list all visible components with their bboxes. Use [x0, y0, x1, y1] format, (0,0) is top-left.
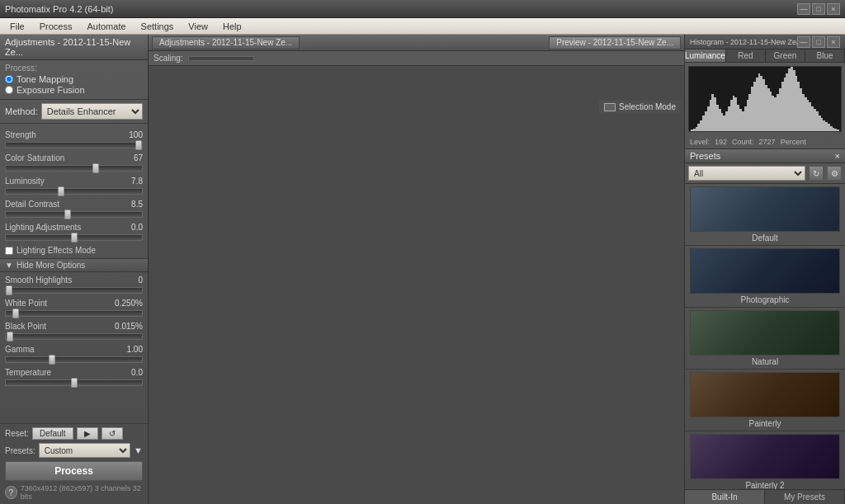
presets-refresh-button[interactable]: ↻ [809, 166, 824, 181]
presets-settings-button[interactable]: ⚙ [827, 166, 842, 181]
menu-automate[interactable]: Automate [80, 20, 132, 32]
histogram-info: Level: 192 Count: 2727 Percent [685, 135, 845, 149]
preset-item[interactable]: Default [685, 184, 845, 246]
title-bar: Photomatix Pro 4.2 (64-bit) — □ × [0, 0, 845, 18]
temperature-value: 0.0 [131, 368, 143, 377]
white-point-label: White Point [5, 299, 47, 308]
maximize-button[interactable]: □ [812, 3, 825, 15]
gamma-slider[interactable] [5, 356, 143, 363]
left-panel: Adjustments - 2012-11-15-New Ze... Proce… [0, 35, 149, 504]
reset-default-button[interactable]: Default [32, 427, 73, 440]
image-status: 7360x4912 (862x597) 3 channels 32 bits [21, 484, 143, 501]
center-panel: Adjustments - 2012-11-15-New Ze... Previ… [149, 35, 684, 504]
reset-arrow-button[interactable]: ▶ [77, 427, 98, 440]
histogram-minimize[interactable]: — [797, 36, 810, 48]
lighting-adj-value: 0.0 [131, 223, 143, 232]
lighting-effects-checkbox[interactable] [5, 247, 13, 255]
mypresets-tab[interactable]: My Presets [765, 490, 845, 504]
help-icon[interactable]: ? [5, 486, 17, 499]
sliders-area: Strength 100 Color Saturation 67 Luminos… [0, 124, 148, 423]
black-point-label: Black Point [5, 322, 46, 331]
presets-label: Presets: [5, 446, 35, 455]
color-sat-slider[interactable] [5, 165, 143, 172]
menu-file[interactable]: File [3, 20, 31, 32]
temperature-row: Temperature 0.0 [5, 368, 143, 388]
presets-controls: All ↻ ⚙ [685, 163, 845, 184]
menu-bar: File Process Automate Settings View Help [0, 18, 845, 35]
detail-contrast-slider[interactable] [5, 211, 143, 218]
percent-label: Percent [781, 138, 806, 146]
temperature-slider[interactable] [5, 379, 143, 386]
method-select[interactable]: Details Enhancer [41, 103, 143, 120]
app-title: Photomatix Pro 4.2 (64-bit) [5, 4, 113, 14]
histogram-tab-green[interactable]: Green [766, 49, 805, 62]
process-button[interactable]: Process [5, 461, 143, 481]
histogram-tab-luminance[interactable]: Luminance [685, 49, 726, 62]
temperature-label: Temperature [5, 368, 51, 377]
preview-tab[interactable]: Preview - 2012-11-15-New Ze... [549, 36, 681, 49]
adjustments-tab[interactable]: Adjustments - 2012-11-15-New Ze... [152, 36, 300, 49]
minimize-button[interactable]: — [797, 3, 810, 15]
color-sat-label: Color Saturation [5, 153, 64, 163]
presets-panel-header: Presets × [685, 149, 845, 163]
histogram-tab-red[interactable]: Red [726, 49, 766, 62]
preset-item[interactable]: Painterly 2 [685, 431, 845, 489]
preset-item[interactable]: Photographic [685, 246, 845, 308]
black-point-slider[interactable] [5, 333, 143, 340]
histogram-tabs: Luminance Red Green Blue [685, 49, 845, 63]
presets-filter-dropdown[interactable]: All [688, 166, 805, 181]
presets-panel: Presets × All ↻ ⚙ DefaultPhotographicNat… [685, 149, 845, 489]
black-point-row: Black Point 0.015% [5, 322, 143, 341]
presets-list: DefaultPhotographicNaturalPainterlyPaint… [685, 184, 845, 489]
preset-item[interactable]: Natural [685, 308, 845, 370]
menu-view[interactable]: View [182, 20, 215, 32]
preset-name: Painterly [690, 419, 840, 428]
menu-settings[interactable]: Settings [135, 20, 181, 32]
exposure-fusion-radio[interactable] [5, 86, 13, 94]
strength-slider[interactable] [5, 142, 143, 148]
smooth-highlights-slider[interactable] [5, 287, 143, 294]
preset-item[interactable]: Painterly [685, 370, 845, 431]
preset-thumbnail [690, 248, 840, 294]
hide-options-header[interactable]: ▼ Hide More Options [0, 258, 148, 272]
detail-contrast-label: Detail Contrast [5, 200, 59, 209]
preview-tabs: Adjustments - 2012-11-15-New Ze... Previ… [149, 35, 684, 51]
tone-mapping-label: Tone Mapping [17, 74, 73, 84]
menu-help[interactable]: Help [216, 20, 248, 32]
tone-mapping-radio[interactable] [5, 75, 13, 83]
preset-name: Photographic [690, 295, 840, 304]
process-label: Process: [5, 64, 143, 73]
exposure-fusion-option[interactable]: Exposure Fusion [5, 85, 143, 95]
luminosity-label: Luminosity [5, 177, 45, 186]
count-value: 2727 [759, 138, 776, 146]
luminosity-slider[interactable] [5, 188, 143, 195]
reset-label: Reset: [5, 429, 29, 438]
gamma-label: Gamma [5, 345, 35, 354]
reset-row: Reset: Default ▶ ↺ [5, 427, 143, 440]
histogram-bar [837, 130, 839, 131]
exposure-fusion-label: Exposure Fusion [17, 85, 85, 95]
scaling-bar: Scaling: [149, 51, 684, 66]
preset-thumbnail [690, 310, 840, 356]
main-layout: Adjustments - 2012-11-15-New Ze... Proce… [0, 35, 845, 504]
menu-process[interactable]: Process [33, 20, 79, 32]
lighting-adj-slider[interactable] [5, 234, 143, 241]
close-button[interactable]: × [827, 3, 840, 15]
gamma-value: 1.00 [127, 345, 143, 354]
preview-area: Selection Mode The Luminosity, the Detai… [149, 66, 684, 504]
luminosity-value: 7.8 [131, 177, 143, 186]
histogram-close[interactable]: × [827, 36, 840, 48]
reset-back-button[interactable]: ↺ [101, 427, 123, 440]
histogram-tab-blue[interactable]: Blue [805, 49, 845, 62]
white-point-slider[interactable] [5, 310, 143, 317]
presets-select[interactable]: Custom [39, 443, 130, 458]
presets-close-icon[interactable]: × [835, 151, 840, 161]
lighting-effects-label: Lighting Effects Mode [17, 246, 96, 255]
scaling-slider[interactable] [188, 56, 254, 61]
histogram-maximize[interactable]: □ [812, 36, 825, 48]
builtin-tab[interactable]: Built-In [685, 490, 765, 504]
scaling-label: Scaling: [153, 54, 183, 63]
tone-mapping-option[interactable]: Tone Mapping [5, 74, 143, 84]
strength-label: Strength [5, 130, 36, 139]
smooth-highlights-label: Smooth Highlights [5, 276, 72, 285]
